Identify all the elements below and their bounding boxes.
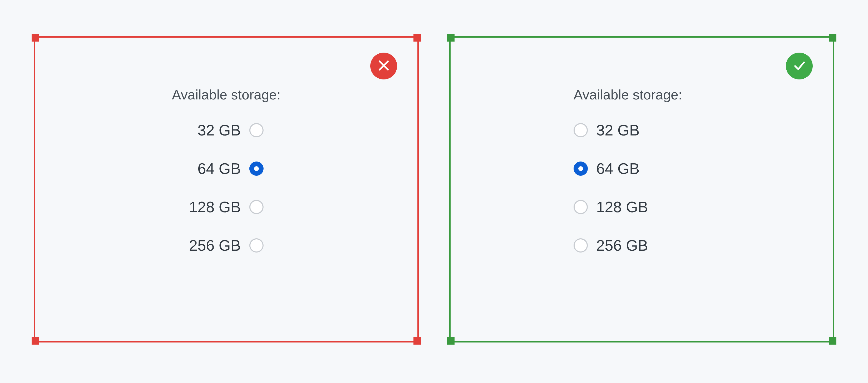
resize-handle-tr[interactable]: [829, 34, 836, 41]
radio-option[interactable]: 256 GB: [574, 238, 648, 253]
radio-option[interactable]: 32 GB: [189, 123, 264, 138]
radio-option[interactable]: 32 GB: [574, 123, 648, 138]
check-icon: [793, 59, 806, 73]
option-label: 64 GB: [197, 161, 241, 176]
radio-button-icon: [574, 238, 588, 252]
correct-badge: [786, 53, 813, 79]
group-label: Available storage:: [172, 87, 280, 103]
resize-handle-tl[interactable]: [32, 34, 39, 41]
radio-button-icon: [574, 123, 588, 137]
bad-example-frame: Available storage: 32 GB 64 GB 128 GB 25…: [32, 34, 421, 345]
resize-handle-br[interactable]: [829, 337, 836, 345]
radio-option[interactable]: 64 GB: [574, 161, 648, 176]
option-label: 128 GB: [596, 199, 648, 215]
radio-option[interactable]: 64 GB: [189, 161, 264, 176]
option-label: 256 GB: [189, 238, 241, 253]
option-label: 32 GB: [197, 123, 241, 138]
option-label: 256 GB: [596, 238, 648, 253]
option-label: 64 GB: [596, 161, 640, 176]
radio-option[interactable]: 128 GB: [574, 199, 648, 215]
radio-group: 32 GB 64 GB 128 GB 256 GB: [574, 123, 648, 253]
resize-handle-bl[interactable]: [32, 337, 39, 345]
incorrect-badge: [370, 53, 397, 79]
resize-handle-bl[interactable]: [447, 337, 455, 345]
resize-handle-br[interactable]: [413, 337, 421, 345]
option-label: 32 GB: [596, 123, 640, 138]
resize-handle-tl[interactable]: [447, 34, 455, 41]
radio-option[interactable]: 128 GB: [189, 199, 264, 215]
cross-icon: [377, 59, 391, 73]
group-label: Available storage:: [574, 87, 682, 103]
radio-group: 32 GB 64 GB 128 GB 256 GB: [189, 123, 264, 253]
good-example-frame: Available storage: 32 GB 64 GB 128 GB 25…: [447, 34, 836, 345]
radio-button-icon: [249, 238, 264, 252]
bad-example-content: Available storage: 32 GB 64 GB 128 GB 25…: [172, 87, 280, 308]
radio-button-icon: [249, 200, 264, 214]
option-label: 128 GB: [189, 199, 241, 215]
radio-button-icon: [574, 200, 588, 214]
radio-button-selected-icon: [249, 162, 264, 176]
radio-option[interactable]: 256 GB: [189, 238, 264, 253]
radio-button-icon: [249, 123, 264, 137]
good-example-content: Available storage: 32 GB 64 GB 128 GB 25…: [574, 87, 794, 308]
radio-button-selected-icon: [574, 162, 588, 176]
resize-handle-tr[interactable]: [413, 34, 421, 41]
